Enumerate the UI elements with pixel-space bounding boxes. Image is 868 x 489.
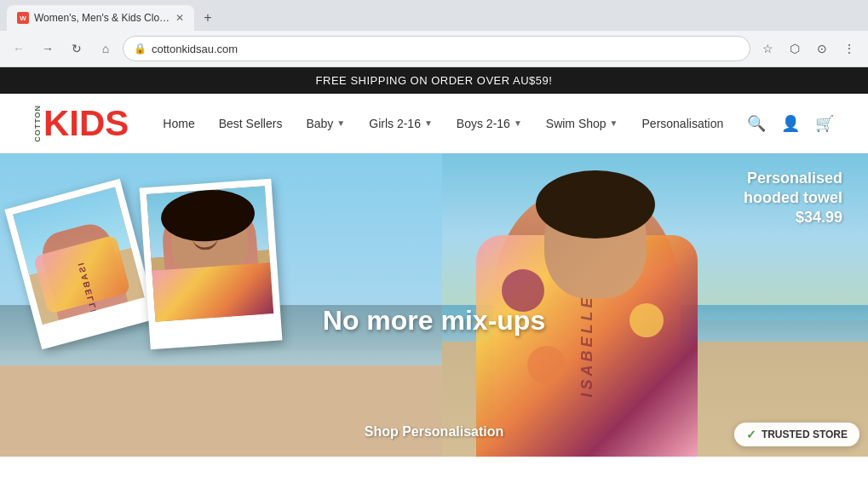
- active-tab[interactable]: W Women's, Men's & Kids Cloth... ✕: [7, 5, 194, 31]
- baby-dropdown-arrow: ▼: [336, 118, 345, 128]
- logo[interactable]: COTTON KIDS: [34, 105, 129, 142]
- site-header: COTTON KIDS Home Best Sellers Baby ▼ Gir…: [0, 94, 868, 153]
- home-button[interactable]: ⌂: [94, 37, 118, 60]
- polaroid-photo-2: [140, 179, 283, 349]
- forward-button[interactable]: →: [36, 37, 60, 60]
- girls-dropdown-arrow: ▼: [424, 118, 433, 128]
- profile-button[interactable]: ⊙: [810, 37, 834, 60]
- nav-boys[interactable]: Boys 2-16 ▼: [457, 117, 522, 130]
- hero-tagline: No more mix-ups: [323, 304, 545, 335]
- url-text: cottonkidsau.com: [152, 43, 238, 55]
- announcement-bar: FREE SHIPPING ON ORDER OVER AU$59!: [0, 67, 868, 94]
- trusted-store-label: TRUSTED STORE: [762, 429, 848, 440]
- nav-personalisation[interactable]: Personalisation: [642, 117, 724, 130]
- lock-icon: 🔒: [134, 43, 147, 55]
- browser-nav-icons: ☆ ⬡ ⊙ ⋮: [756, 37, 861, 60]
- tab-bar: W Women's, Men's & Kids Cloth... ✕ +: [0, 0, 868, 31]
- hero-tagline-container: No more mix-ups: [323, 304, 545, 336]
- extensions-button[interactable]: ⬡: [783, 37, 807, 60]
- nav-bar: ← → ↻ ⌂ 🔒 cottonkidsau.com ☆ ⬡ ⊙ ⋮: [0, 31, 868, 66]
- logo-kids-text: KIDS: [43, 106, 129, 141]
- tab-close-button[interactable]: ✕: [175, 12, 184, 24]
- website-content: FREE SHIPPING ON ORDER OVER AU$59! COTTO…: [0, 67, 868, 489]
- shield-icon: ✓: [746, 428, 756, 441]
- announcement-text: FREE SHIPPING ON ORDER OVER AU$59!: [316, 74, 553, 87]
- shop-personalisation-cta[interactable]: Shop Personalisation: [365, 424, 504, 440]
- name-on-towel-main: ISABELLE: [578, 294, 596, 397]
- header-icons: 🔍 👤 🛒: [747, 114, 834, 133]
- logo-cotton-text: COTTON: [34, 105, 42, 142]
- product-callout: Personalisedhooded towel $34.99: [744, 169, 842, 227]
- settings-button[interactable]: ⋮: [837, 37, 861, 60]
- tab-title: Women's, Men's & Kids Cloth...: [34, 12, 170, 24]
- nav-best-sellers[interactable]: Best Sellers: [219, 117, 283, 130]
- nav-home[interactable]: Home: [163, 117, 194, 130]
- address-bar[interactable]: 🔒 cottonkidsau.com: [123, 36, 750, 61]
- reload-button[interactable]: ↻: [65, 37, 89, 60]
- tab-favicon: W: [17, 12, 29, 24]
- browser-chrome: W Women's, Men's & Kids Cloth... ✕ + ← →…: [0, 0, 868, 67]
- search-icon[interactable]: 🔍: [747, 114, 766, 133]
- product-price: $34.99: [744, 209, 842, 227]
- swim-dropdown-arrow: ▼: [610, 118, 618, 128]
- nav-girls[interactable]: Girls 2-16 ▼: [369, 117, 433, 130]
- main-nav: Home Best Sellers Baby ▼ Girls 2-16 ▼ Bo…: [163, 117, 747, 130]
- new-tab-button[interactable]: +: [198, 8, 218, 28]
- cart-icon[interactable]: 🛒: [815, 114, 834, 133]
- boys-dropdown-arrow: ▼: [514, 118, 522, 128]
- hero-section: ISABELLE ISABELLE: [0, 153, 868, 457]
- account-icon[interactable]: 👤: [781, 114, 800, 133]
- back-button[interactable]: ←: [7, 37, 31, 60]
- bookmark-button[interactable]: ☆: [756, 37, 779, 60]
- product-name: Personalisedhooded towel: [744, 169, 842, 209]
- nav-baby[interactable]: Baby ▼: [306, 117, 345, 130]
- nav-swim-shop[interactable]: Swim Shop ▼: [546, 117, 618, 130]
- trusted-store-badge[interactable]: ✓ TRUSTED STORE: [734, 423, 859, 446]
